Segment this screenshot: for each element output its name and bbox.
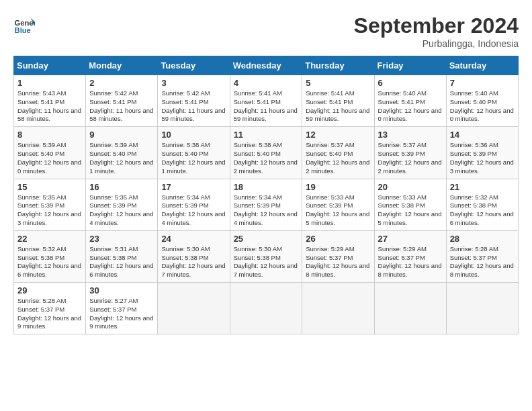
calendar-cell: 7Sunrise: 5:40 AM Sunset: 5:40 PM Daylig… xyxy=(446,75,518,127)
calendar-cell xyxy=(230,283,302,334)
day-number: 29 xyxy=(17,285,82,295)
day-number: 30 xyxy=(89,285,154,295)
calendar-cell: 2Sunrise: 5:42 AM Sunset: 5:41 PM Daylig… xyxy=(86,75,158,127)
day-info: Sunrise: 5:35 AM Sunset: 5:39 PM Dayligh… xyxy=(17,193,82,228)
day-number: 10 xyxy=(161,130,226,140)
day-number: 2 xyxy=(89,78,154,88)
day-info: Sunrise: 5:33 AM Sunset: 5:39 PM Dayligh… xyxy=(306,193,370,228)
day-info: Sunrise: 5:34 AM Sunset: 5:39 PM Dayligh… xyxy=(161,193,226,228)
calendar-cell: 23Sunrise: 5:31 AM Sunset: 5:38 PM Dayli… xyxy=(86,230,158,282)
calendar-week-row: 29Sunrise: 5:28 AM Sunset: 5:37 PM Dayli… xyxy=(14,283,519,334)
calendar-cell: 19Sunrise: 5:33 AM Sunset: 5:39 PM Dayli… xyxy=(302,179,374,230)
day-info: Sunrise: 5:29 AM Sunset: 5:37 PM Dayligh… xyxy=(306,245,370,279)
day-info: Sunrise: 5:39 AM Sunset: 5:40 PM Dayligh… xyxy=(17,141,82,175)
day-number: 23 xyxy=(89,234,154,244)
day-info: Sunrise: 5:42 AM Sunset: 5:41 PM Dayligh… xyxy=(161,89,226,124)
weekday-header-wednesday: Wednesday xyxy=(230,56,302,75)
day-info: Sunrise: 5:38 AM Sunset: 5:40 PM Dayligh… xyxy=(161,141,226,175)
weekday-header-sunday: Sunday xyxy=(14,56,86,75)
day-number: 6 xyxy=(378,78,443,88)
weekday-header-thursday: Thursday xyxy=(302,56,374,75)
calendar-cell xyxy=(374,283,446,334)
calendar-cell: 30Sunrise: 5:27 AM Sunset: 5:37 PM Dayli… xyxy=(86,283,158,334)
calendar-cell: 1Sunrise: 5:43 AM Sunset: 5:41 PM Daylig… xyxy=(14,75,86,127)
calendar-cell: 24Sunrise: 5:30 AM Sunset: 5:38 PM Dayli… xyxy=(158,230,230,282)
day-number: 15 xyxy=(17,182,82,192)
calendar-cell: 10Sunrise: 5:38 AM Sunset: 5:40 PM Dayli… xyxy=(158,127,230,179)
day-number: 14 xyxy=(450,130,515,140)
calendar-cell: 29Sunrise: 5:28 AM Sunset: 5:37 PM Dayli… xyxy=(14,283,86,334)
day-info: Sunrise: 5:37 AM Sunset: 5:39 PM Dayligh… xyxy=(378,141,443,175)
calendar-cell: 28Sunrise: 5:28 AM Sunset: 5:37 PM Dayli… xyxy=(446,230,518,282)
day-info: Sunrise: 5:27 AM Sunset: 5:37 PM Dayligh… xyxy=(89,297,154,331)
day-number: 19 xyxy=(306,182,370,192)
calendar-week-row: 15Sunrise: 5:35 AM Sunset: 5:39 PM Dayli… xyxy=(14,179,519,230)
day-info: Sunrise: 5:40 AM Sunset: 5:40 PM Dayligh… xyxy=(450,89,515,124)
calendar-cell: 21Sunrise: 5:32 AM Sunset: 5:38 PM Dayli… xyxy=(446,179,518,230)
weekday-header-tuesday: Tuesday xyxy=(158,56,230,75)
day-number: 26 xyxy=(306,234,370,244)
logo-icon: General Blue xyxy=(13,13,35,35)
calendar-table: SundayMondayTuesdayWednesdayThursdayFrid… xyxy=(13,56,519,334)
calendar-cell: 15Sunrise: 5:35 AM Sunset: 5:39 PM Dayli… xyxy=(14,179,86,230)
calendar-cell: 9Sunrise: 5:39 AM Sunset: 5:40 PM Daylig… xyxy=(86,127,158,179)
weekday-header-row: SundayMondayTuesdayWednesdayThursdayFrid… xyxy=(14,56,519,75)
day-info: Sunrise: 5:43 AM Sunset: 5:41 PM Dayligh… xyxy=(17,89,82,124)
day-info: Sunrise: 5:29 AM Sunset: 5:37 PM Dayligh… xyxy=(378,245,443,279)
calendar-cell: 11Sunrise: 5:38 AM Sunset: 5:40 PM Dayli… xyxy=(230,127,302,179)
day-number: 25 xyxy=(234,234,299,244)
calendar-cell: 22Sunrise: 5:32 AM Sunset: 5:38 PM Dayli… xyxy=(14,230,86,282)
day-number: 20 xyxy=(378,182,443,192)
day-number: 3 xyxy=(161,78,226,88)
logo: General Blue xyxy=(13,13,35,35)
calendar-cell: 12Sunrise: 5:37 AM Sunset: 5:40 PM Dayli… xyxy=(302,127,374,179)
calendar-cell: 20Sunrise: 5:33 AM Sunset: 5:38 PM Dayli… xyxy=(374,179,446,230)
day-number: 16 xyxy=(89,182,154,192)
day-info: Sunrise: 5:34 AM Sunset: 5:39 PM Dayligh… xyxy=(234,193,299,228)
weekday-header-friday: Friday xyxy=(374,56,446,75)
day-number: 11 xyxy=(234,130,299,140)
day-info: Sunrise: 5:33 AM Sunset: 5:38 PM Dayligh… xyxy=(378,193,443,228)
day-info: Sunrise: 5:35 AM Sunset: 5:39 PM Dayligh… xyxy=(89,193,154,228)
day-number: 17 xyxy=(161,182,226,192)
day-info: Sunrise: 5:42 AM Sunset: 5:41 PM Dayligh… xyxy=(89,89,154,124)
day-info: Sunrise: 5:37 AM Sunset: 5:40 PM Dayligh… xyxy=(306,141,370,175)
day-info: Sunrise: 5:40 AM Sunset: 5:41 PM Dayligh… xyxy=(378,89,443,124)
day-number: 24 xyxy=(161,234,226,244)
day-number: 8 xyxy=(17,130,82,140)
weekday-header-monday: Monday xyxy=(86,56,158,75)
day-number: 12 xyxy=(306,130,370,140)
day-number: 7 xyxy=(450,78,515,88)
calendar-cell xyxy=(302,283,374,334)
calendar-cell: 26Sunrise: 5:29 AM Sunset: 5:37 PM Dayli… xyxy=(302,230,374,282)
day-number: 21 xyxy=(450,182,515,192)
day-info: Sunrise: 5:30 AM Sunset: 5:38 PM Dayligh… xyxy=(161,245,226,279)
page-header: General Blue September 2024 Purbalingga,… xyxy=(13,13,519,49)
calendar-cell: 8Sunrise: 5:39 AM Sunset: 5:40 PM Daylig… xyxy=(14,127,86,179)
day-number: 9 xyxy=(89,130,154,140)
calendar-week-row: 8Sunrise: 5:39 AM Sunset: 5:40 PM Daylig… xyxy=(14,127,519,179)
day-number: 1 xyxy=(17,78,82,88)
day-info: Sunrise: 5:32 AM Sunset: 5:38 PM Dayligh… xyxy=(17,245,82,279)
calendar-cell: 17Sunrise: 5:34 AM Sunset: 5:39 PM Dayli… xyxy=(158,179,230,230)
calendar-cell xyxy=(446,283,518,334)
calendar-cell: 27Sunrise: 5:29 AM Sunset: 5:37 PM Dayli… xyxy=(374,230,446,282)
calendar-cell: 14Sunrise: 5:36 AM Sunset: 5:39 PM Dayli… xyxy=(446,127,518,179)
location: Purbalingga, Indonesia xyxy=(354,38,519,49)
calendar-week-row: 1Sunrise: 5:43 AM Sunset: 5:41 PM Daylig… xyxy=(14,75,519,127)
day-number: 5 xyxy=(306,78,370,88)
day-number: 28 xyxy=(450,234,515,244)
day-info: Sunrise: 5:31 AM Sunset: 5:38 PM Dayligh… xyxy=(89,245,154,279)
day-info: Sunrise: 5:41 AM Sunset: 5:41 PM Dayligh… xyxy=(306,89,370,124)
day-info: Sunrise: 5:39 AM Sunset: 5:40 PM Dayligh… xyxy=(89,141,154,175)
day-number: 4 xyxy=(234,78,299,88)
weekday-header-saturday: Saturday xyxy=(446,56,518,75)
calendar-cell: 3Sunrise: 5:42 AM Sunset: 5:41 PM Daylig… xyxy=(158,75,230,127)
calendar-cell: 5Sunrise: 5:41 AM Sunset: 5:41 PM Daylig… xyxy=(302,75,374,127)
day-info: Sunrise: 5:32 AM Sunset: 5:38 PM Dayligh… xyxy=(450,193,515,228)
month-title: September 2024 xyxy=(354,13,519,38)
calendar-cell: 25Sunrise: 5:30 AM Sunset: 5:38 PM Dayli… xyxy=(230,230,302,282)
day-number: 27 xyxy=(378,234,443,244)
svg-text:Blue: Blue xyxy=(15,26,31,34)
day-number: 18 xyxy=(234,182,299,192)
